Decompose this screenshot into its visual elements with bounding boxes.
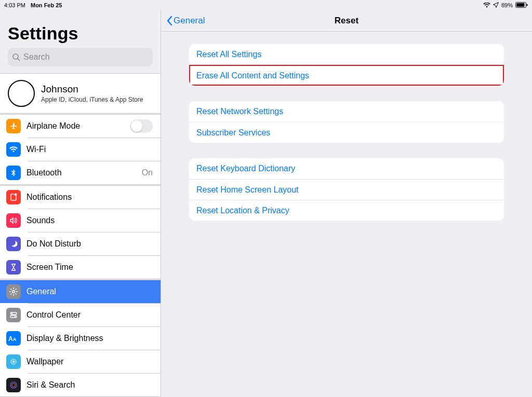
sidebar-item-label: Control Center <box>26 310 81 320</box>
status-time: 4:03 PM <box>4 2 25 8</box>
svg-text:A: A <box>13 337 17 342</box>
sidebar-item-label: Sounds <box>26 216 55 225</box>
bluetooth-value: On <box>142 168 153 177</box>
reset-location-privacy[interactable]: Reset Location & Privacy <box>189 200 504 221</box>
sounds-icon <box>6 213 21 228</box>
row-label: Erase All Content and Settings <box>196 71 309 80</box>
sidebar-item-label: Do Not Disturb <box>26 239 81 249</box>
text-size-icon: AA <box>6 331 21 346</box>
sidebar-item-label: Wi-Fi <box>26 145 46 154</box>
reset-group-3: Reset Keyboard Dictionary Reset Home Scr… <box>189 158 504 221</box>
svg-point-9 <box>11 313 12 314</box>
wifi-settings-icon <box>6 142 21 157</box>
avatar <box>8 80 35 107</box>
sidebar-item-control-center[interactable]: Control Center <box>0 304 161 326</box>
svg-point-16 <box>13 361 14 362</box>
svg-point-18 <box>12 384 16 387</box>
reset-network-settings[interactable]: Reset Network Settings <box>189 101 504 122</box>
detail-nav: General Reset <box>161 10 532 32</box>
sidebar-item-wifi[interactable]: Wi-Fi <box>0 138 161 161</box>
profile-name: Johnson <box>41 84 143 95</box>
svg-rect-8 <box>10 312 17 314</box>
sidebar-item-general[interactable]: General <box>0 280 161 303</box>
airplane-icon <box>6 119 21 133</box>
profile-subtitle: Apple ID, iCloud, iTunes & App Store <box>41 96 143 103</box>
svg-rect-1 <box>516 3 525 7</box>
sidebar-item-airplane[interactable]: Airplane Mode <box>0 115 161 138</box>
svg-rect-2 <box>527 4 528 6</box>
reset-home-screen-layout[interactable]: Reset Home Screen Layout <box>189 179 504 200</box>
sidebar-item-dnd[interactable]: Do Not Disturb <box>0 232 161 255</box>
sidebar-item-notifications[interactable]: Notifications <box>0 186 161 209</box>
subscriber-services[interactable]: Subscriber Services <box>189 122 504 143</box>
sidebar-item-siri[interactable]: Siri & Search <box>0 374 161 396</box>
toggle-icon <box>6 308 21 322</box>
sidebar-item-screentime[interactable]: Screen Time <box>0 256 161 279</box>
row-label: Reset All Settings <box>196 50 261 59</box>
sidebar-item-label: Bluetooth <box>26 168 62 177</box>
wifi-icon <box>483 3 490 8</box>
svg-point-17 <box>10 382 17 388</box>
search-field[interactable] <box>8 48 153 66</box>
status-date: Mon Feb 25 <box>31 2 62 8</box>
sidebar-item-label: Notifications <box>26 193 72 202</box>
notifications-icon <box>6 190 21 204</box>
detail-title: Reset <box>335 16 358 26</box>
sidebar-item-label: Screen Time <box>26 263 73 272</box>
sidebar-item-label: Airplane Mode <box>26 121 80 131</box>
location-icon <box>493 2 499 8</box>
row-label: Subscriber Services <box>196 128 270 138</box>
back-button[interactable]: General <box>166 16 205 26</box>
sidebar-item-bluetooth[interactable]: Bluetooth On <box>0 161 161 184</box>
row-label: Reset Keyboard Dictionary <box>196 164 295 173</box>
row-label: Reset Network Settings <box>196 107 283 116</box>
moon-icon <box>6 237 21 251</box>
sidebar-item-wallpaper[interactable]: Wallpaper <box>0 350 161 373</box>
sidebar-item-display[interactable]: AA Display & Brightness <box>0 327 161 350</box>
wallpaper-icon <box>6 354 21 369</box>
chevron-left-icon <box>166 16 172 26</box>
erase-all-content[interactable]: Erase All Content and Settings <box>189 65 504 86</box>
sidebar-item-label: Siri & Search <box>26 380 75 390</box>
detail-pane: General Reset Reset All Settings Erase A… <box>161 10 532 397</box>
sidebar-item-label: Wallpaper <box>26 357 63 366</box>
row-label: Reset Location & Privacy <box>196 206 289 215</box>
bluetooth-icon <box>6 166 21 180</box>
search-input[interactable] <box>23 52 149 62</box>
sidebar-item-label: Display & Brightness <box>26 334 103 343</box>
battery-icon <box>515 2 528 8</box>
back-label: General <box>174 16 205 26</box>
settings-sidebar: Settings Johnson Apple ID, iCloud, iTune… <box>0 10 161 397</box>
svg-text:A: A <box>8 335 13 343</box>
sidebar-item-sounds[interactable]: Sounds <box>0 209 161 232</box>
page-title: Settings <box>8 23 153 44</box>
reset-group-2: Reset Network Settings Subscriber Servic… <box>189 101 504 143</box>
gear-icon <box>6 284 21 299</box>
apple-id-row[interactable]: Johnson Apple ID, iCloud, iTunes & App S… <box>0 74 161 113</box>
row-label: Reset Home Screen Layout <box>196 185 299 195</box>
svg-line-4 <box>18 59 20 61</box>
status-bar: 4:03 PM Mon Feb 25 89% <box>0 0 532 10</box>
svg-point-7 <box>12 291 15 293</box>
detail-body: Reset All Settings Erase All Content and… <box>161 32 532 236</box>
battery-pct: 89% <box>501 2 513 8</box>
reset-all-settings[interactable]: Reset All Settings <box>189 44 504 65</box>
reset-keyboard-dictionary[interactable]: Reset Keyboard Dictionary <box>189 158 504 179</box>
search-icon <box>12 53 20 61</box>
svg-rect-10 <box>10 316 17 318</box>
svg-point-6 <box>14 193 17 196</box>
airplane-toggle[interactable] <box>130 119 153 133</box>
hourglass-icon <box>6 260 21 275</box>
sidebar-item-label: General <box>26 287 56 296</box>
siri-icon <box>6 378 21 392</box>
svg-point-11 <box>15 316 16 317</box>
reset-group-1: Reset All Settings Erase All Content and… <box>189 44 504 86</box>
